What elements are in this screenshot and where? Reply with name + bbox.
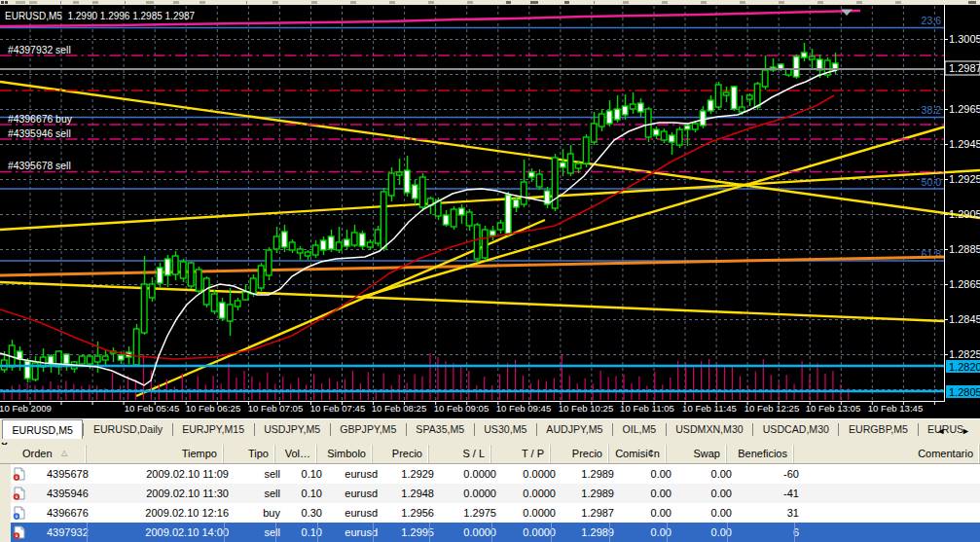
svg-text:10 Feb 07:05: 10 Feb 07:05 [248,403,304,414]
svg-text:10 Feb 05:45: 10 Feb 05:45 [125,403,180,414]
svg-text:1.2805: 1.2805 [949,386,980,398]
svg-text:1.2945: 1.2945 [949,138,980,150]
svg-text:10 Feb 10:25: 10 Feb 10:25 [559,403,614,414]
svg-text:10 Feb 2009: 10 Feb 2009 [0,403,52,414]
svg-text:10 Feb 11:45: 10 Feb 11:45 [682,403,737,414]
svg-text:1.2885: 1.2885 [949,243,980,255]
svg-text:1.2965: 1.2965 [949,103,980,115]
svg-text:23.6: 23.6 [922,15,942,26]
svg-text:#4397932 sell: #4397932 sell [8,45,71,55]
svg-text:10 Feb 09:45: 10 Feb 09:45 [496,403,552,414]
svg-text:1.2820: 1.2820 [949,361,980,373]
svg-text:#4395946 sell: #4395946 sell [8,128,71,139]
svg-text:1.2987: 1.2987 [949,62,980,74]
svg-text:10 Feb 13:45: 10 Feb 13:45 [868,403,924,414]
svg-text:38.2: 38.2 [922,104,942,116]
svg-text:10 Feb 12:25: 10 Feb 12:25 [744,403,800,414]
svg-text:1.2865: 1.2865 [949,278,980,290]
svg-text:10 Feb 13:05: 10 Feb 13:05 [806,403,861,414]
svg-text:10 Feb 07:45: 10 Feb 07:45 [310,403,366,414]
svg-text:#4396676 buy: #4396676 buy [8,114,73,125]
svg-text:1.2845: 1.2845 [949,313,980,325]
svg-text:10 Feb 08:25: 10 Feb 08:25 [372,403,427,414]
svg-text:EURUSD,M5 1.2990 1.2996 1.298: EURUSD,M5 1.2990 1.2996 1.2985 1.2987 [5,11,196,21]
svg-text:1.2905: 1.2905 [949,208,980,220]
svg-text:10 Feb 06:25: 10 Feb 06:25 [186,403,241,414]
svg-text:1.3005: 1.3005 [949,33,980,45]
svg-text:1.2825: 1.2825 [949,348,980,360]
svg-text:#4395678 sell: #4395678 sell [8,161,71,171]
svg-text:10 Feb 09:05: 10 Feb 09:05 [434,403,490,414]
svg-text:10 Feb 11:05: 10 Feb 11:05 [620,403,674,414]
svg-text:1.2925: 1.2925 [949,173,980,185]
svg-text:50.0: 50.0 [922,176,942,188]
